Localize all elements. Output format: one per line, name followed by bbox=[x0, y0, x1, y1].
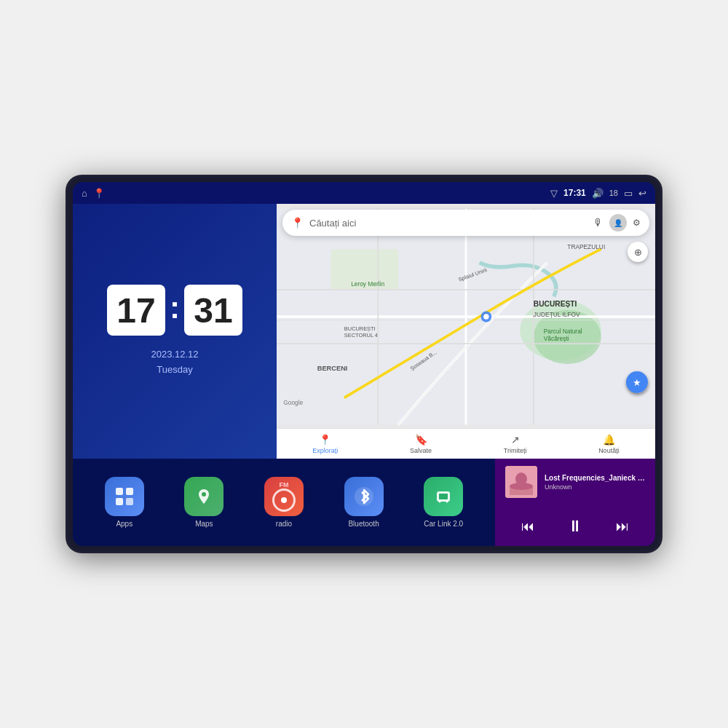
carlink-icon bbox=[424, 477, 463, 516]
svg-point-21 bbox=[483, 314, 488, 319]
svg-rect-32 bbox=[439, 494, 448, 499]
map-nav-saved[interactable]: 🔖 Salvate bbox=[410, 434, 432, 454]
status-time: 17:31 bbox=[563, 188, 586, 198]
saved-label: Salvate bbox=[410, 447, 432, 454]
volume-level: 18 bbox=[609, 189, 618, 197]
svg-text:BUCUREȘTI: BUCUREȘTI bbox=[344, 325, 376, 332]
map-search-bar[interactable]: 📍 Căutați aici 🎙 👤 ⚙ bbox=[282, 210, 649, 236]
app-item-maps[interactable]: Maps bbox=[184, 477, 223, 528]
svg-text:BERCENI: BERCENI bbox=[317, 365, 348, 372]
news-label: Noutăți bbox=[598, 447, 620, 454]
carlink-icon-svg bbox=[433, 486, 454, 507]
svg-point-33 bbox=[439, 501, 441, 503]
back-icon[interactable]: ↩ bbox=[638, 188, 646, 199]
share-icon: ↗ bbox=[511, 434, 520, 446]
music-controls: ⏮ ⏸ ⏭ bbox=[505, 514, 645, 539]
clock-hours: 17 bbox=[107, 285, 165, 336]
app-item-carlink[interactable]: Car Link 2.0 bbox=[424, 477, 463, 528]
share-label: Trimiteți bbox=[504, 447, 527, 454]
explore-label: Explorați bbox=[312, 447, 338, 454]
map-start-button[interactable]: ★ bbox=[626, 371, 648, 393]
svg-text:Google: Google bbox=[283, 399, 303, 406]
app-item-bluetooth[interactable]: Bluetooth bbox=[344, 477, 384, 528]
mic-icon[interactable]: 🎙 bbox=[593, 217, 604, 229]
saved-icon: 🔖 bbox=[415, 434, 427, 446]
clock-day-value: Tuesday bbox=[151, 363, 198, 378]
bluetooth-label: Bluetooth bbox=[348, 520, 379, 528]
map-bottom-nav: 📍 Explorați 🔖 Salvate ↗ Trimiteți 🔔 bbox=[277, 428, 655, 459]
bottom-section: Apps Maps bbox=[73, 459, 655, 546]
device-screen: ⌂ 📍 ▽ 17:31 🔊 18 ▭ ↩ 17 bbox=[73, 182, 655, 546]
play-pause-button[interactable]: ⏸ bbox=[561, 514, 589, 539]
music-thumbnail bbox=[505, 466, 537, 498]
maps-status-icon[interactable]: 📍 bbox=[93, 188, 105, 199]
svg-text:BUCUREȘTI: BUCUREȘTI bbox=[534, 300, 577, 308]
status-right-icons: ▽ 17:31 🔊 18 ▭ ↩ bbox=[550, 188, 646, 199]
status-left-icons: ⌂ 📍 bbox=[82, 188, 105, 199]
volume-icon: 🔊 bbox=[592, 188, 604, 199]
clock-colon: : bbox=[170, 290, 180, 325]
music-info: Lost Frequencies_Janieck Devy-... Unknow… bbox=[505, 466, 645, 498]
apps-grid-icon bbox=[114, 486, 135, 507]
map-background: BUCUREȘTI JUDEȚUL ILFOV TRAPEZULUI Parcu… bbox=[277, 204, 655, 430]
apps-icon bbox=[105, 477, 144, 516]
svg-text:Leroy Merlin: Leroy Merlin bbox=[351, 280, 384, 288]
radio-label: radio bbox=[276, 520, 292, 528]
map-svg: BUCUREȘTI JUDEȚUL ILFOV TRAPEZULUI Parcu… bbox=[277, 204, 655, 430]
settings-icon[interactable]: ⚙ bbox=[633, 218, 641, 228]
map-search-input[interactable]: Căutați aici bbox=[309, 218, 587, 229]
music-thumb-svg bbox=[505, 466, 537, 498]
app-item-apps[interactable]: Apps bbox=[105, 477, 144, 528]
svg-text:JUDEȚUL ILFOV: JUDEȚUL ILFOV bbox=[534, 311, 580, 318]
maps-icon-btn bbox=[184, 477, 223, 516]
explore-icon: 📍 bbox=[319, 434, 331, 446]
svg-rect-27 bbox=[116, 498, 123, 505]
google-maps-icon: 📍 bbox=[291, 217, 304, 229]
svg-rect-25 bbox=[116, 488, 123, 495]
svg-point-29 bbox=[202, 492, 206, 496]
music-player: Lost Frequencies_Janieck Devy-... Unknow… bbox=[495, 459, 655, 546]
music-artist: Unknown bbox=[545, 483, 645, 491]
map-panel[interactable]: 📍 Căutați aici 🎙 👤 ⚙ bbox=[277, 204, 655, 459]
map-nav-news[interactable]: 🔔 Noutăți bbox=[598, 434, 620, 454]
signal-icon: ▽ bbox=[550, 188, 558, 199]
device: ⌂ 📍 ▽ 17:31 🔊 18 ▭ ↩ 17 bbox=[66, 175, 662, 553]
svg-rect-26 bbox=[126, 488, 133, 495]
main-content: 17 : 31 2023.12.12 Tuesday 📍 Căut bbox=[73, 204, 655, 546]
next-button[interactable]: ⏭ bbox=[610, 516, 635, 537]
news-icon: 🔔 bbox=[603, 434, 615, 446]
status-bar: ⌂ 📍 ▽ 17:31 🔊 18 ▭ ↩ bbox=[73, 182, 655, 204]
map-layer-button[interactable]: ⊕ bbox=[628, 242, 648, 262]
bluetooth-icon bbox=[344, 477, 384, 516]
svg-text:TRAPEZULUI: TRAPEZULUI bbox=[567, 243, 605, 250]
maps-label: Maps bbox=[195, 520, 213, 528]
svg-rect-28 bbox=[126, 498, 133, 505]
music-meta: Lost Frequencies_Janieck Devy-... Unknow… bbox=[545, 474, 645, 491]
clock-panel: 17 : 31 2023.12.12 Tuesday bbox=[73, 204, 277, 459]
svg-text:SECTORUL 4: SECTORUL 4 bbox=[344, 332, 378, 339]
user-avatar[interactable]: 👤 bbox=[609, 214, 627, 232]
svg-point-38 bbox=[510, 483, 533, 490]
svg-point-34 bbox=[446, 501, 448, 503]
clock-date-value: 2023.12.12 bbox=[151, 347, 198, 363]
maps-icon-svg bbox=[194, 486, 214, 507]
battery-icon: ▭ bbox=[624, 188, 633, 199]
map-nav-explore[interactable]: 📍 Explorați bbox=[312, 434, 338, 454]
carlink-label: Car Link 2.0 bbox=[424, 520, 463, 528]
prev-button[interactable]: ⏮ bbox=[515, 516, 540, 537]
apps-label: Apps bbox=[116, 520, 132, 528]
clock-minutes: 31 bbox=[184, 285, 242, 336]
app-item-radio[interactable]: FM radio bbox=[264, 477, 304, 528]
svg-text:Parcul Natural: Parcul Natural bbox=[544, 328, 582, 335]
radio-icon: FM bbox=[264, 477, 304, 516]
apps-area: Apps Maps bbox=[73, 459, 495, 546]
clock-display: 17 : 31 bbox=[107, 285, 242, 336]
top-section: 17 : 31 2023.12.12 Tuesday 📍 Căut bbox=[73, 204, 655, 459]
home-icon[interactable]: ⌂ bbox=[82, 188, 87, 199]
map-nav-share[interactable]: ↗ Trimiteți bbox=[504, 434, 527, 454]
bluetooth-icon-svg bbox=[354, 486, 374, 507]
music-title: Lost Frequencies_Janieck Devy-... bbox=[545, 474, 645, 482]
svg-text:Văcărești: Văcărești bbox=[544, 335, 569, 342]
clock-date: 2023.12.12 Tuesday bbox=[151, 347, 198, 378]
